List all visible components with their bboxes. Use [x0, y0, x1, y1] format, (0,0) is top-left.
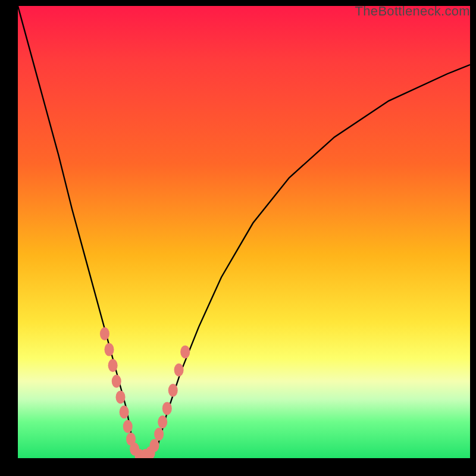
highlight-dot: [154, 428, 164, 441]
highlight-dots: [100, 327, 190, 458]
highlight-dot: [150, 439, 159, 452]
highlight-dot: [158, 415, 167, 428]
highlight-dot: [105, 343, 114, 356]
highlight-dot: [108, 359, 118, 372]
highlight-dot: [180, 345, 190, 358]
watermark-text: TheBottleneck.com: [355, 4, 470, 19]
highlight-dot: [100, 327, 109, 340]
highlight-dot: [120, 406, 129, 419]
highlight-dot: [112, 375, 121, 388]
curve-svg: [18, 6, 470, 458]
highlight-dot: [116, 390, 126, 403]
chart-frame: TheBottleneck.com: [0, 0, 476, 476]
highlight-dot: [174, 364, 184, 377]
highlight-dot: [123, 420, 133, 433]
plot-area: [18, 6, 470, 458]
highlight-dot: [168, 384, 178, 397]
bottleneck-curve: [18, 6, 470, 456]
highlight-dot: [162, 402, 172, 415]
